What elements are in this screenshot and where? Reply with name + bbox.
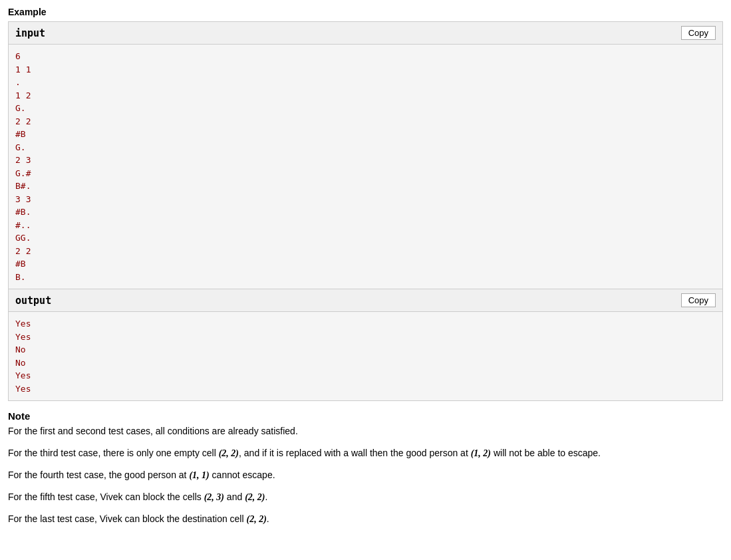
input-copy-button[interactable]: Copy [681,26,716,40]
input-label: input [15,27,45,39]
note-para-2: For the third test case, there is only o… [8,446,723,460]
input-header: input Copy [9,22,722,45]
output-copy-button[interactable]: Copy [681,293,716,307]
example-title: Example [8,7,723,17]
output-header: output Copy [9,289,722,312]
note-title: Note [8,410,723,422]
output-content: Yes Yes No No Yes Yes [9,312,722,400]
output-block: output Copy Yes Yes No No Yes Yes [8,289,723,401]
output-label: output [15,295,51,307]
note-para-5: For the last test case, Vivek can block … [8,512,723,526]
note-para-4: For the fifth test case, Vivek can block… [8,490,723,504]
note-section: Note For the first and second test cases… [8,410,723,526]
note-para-3: For the fourth test case, the good perso… [8,468,723,482]
input-content: 6 1 1 . 1 2 G. 2 2 #B G. 2 3 G.# B#. 3 3… [9,45,722,289]
note-para-1: For the first and second test cases, all… [8,424,723,438]
input-block: input Copy 6 1 1 . 1 2 G. 2 2 #B G. 2 3 … [8,21,723,289]
